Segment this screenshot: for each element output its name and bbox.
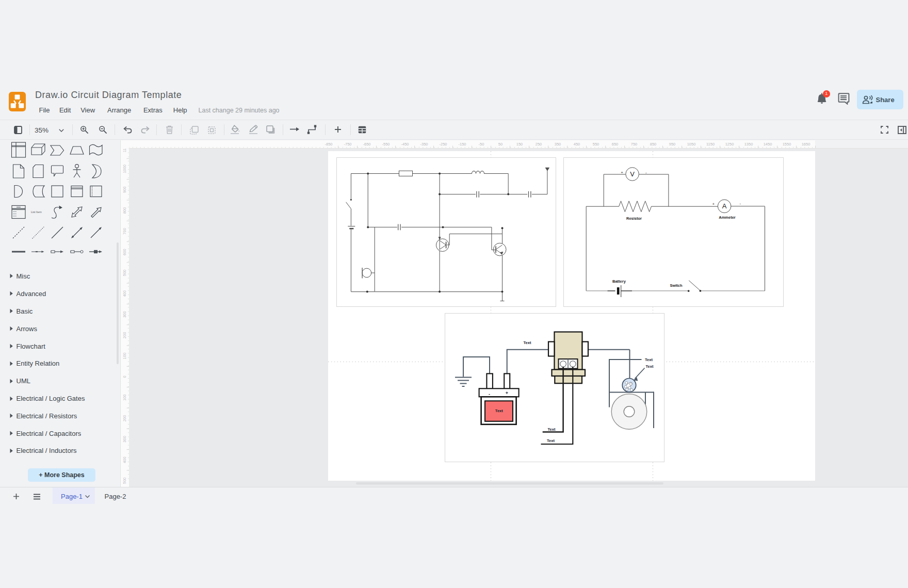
svg-text:1100: 1100 — [122, 149, 127, 152]
svg-text:50: 50 — [498, 142, 502, 146]
svg-text:800: 800 — [122, 207, 127, 214]
svg-text:Text: Text — [645, 357, 653, 362]
svg-text:-150: -150 — [458, 142, 466, 146]
svg-text:-350: -350 — [420, 142, 428, 146]
svg-text:Switch: Switch — [670, 283, 683, 288]
svg-text:850: 850 — [650, 142, 657, 146]
svg-text:1350: 1350 — [744, 142, 753, 146]
svg-text:300: 300 — [122, 436, 127, 443]
svg-text:500: 500 — [122, 270, 127, 276]
svg-text:200: 200 — [122, 415, 127, 422]
svg-text:250: 250 — [536, 142, 542, 146]
svg-text:150: 150 — [516, 142, 523, 146]
svg-text:+: + — [506, 390, 508, 396]
svg-text:450: 450 — [574, 142, 580, 146]
svg-text:Text: Text — [646, 364, 654, 369]
svg-text:1150: 1150 — [706, 142, 715, 146]
svg-text:Text: Text — [524, 340, 531, 345]
svg-text:Text: Text — [547, 438, 555, 443]
svg-text:-50: -50 — [479, 142, 484, 146]
svg-text:-: - — [740, 201, 741, 206]
svg-text:Battery: Battery — [612, 279, 626, 284]
svg-text:350: 350 — [555, 142, 561, 146]
svg-text:Ammeter: Ammeter — [719, 215, 736, 220]
svg-text:Text: Text — [495, 409, 503, 413]
svg-text:550: 550 — [593, 142, 599, 146]
svg-text:300: 300 — [122, 311, 127, 318]
svg-text:+: + — [712, 202, 715, 206]
svg-text:-750: -750 — [344, 142, 351, 146]
svg-text:Text: Text — [548, 427, 556, 432]
svg-text:-250: -250 — [439, 142, 447, 146]
svg-text:100: 100 — [122, 353, 127, 360]
svg-text:0: 0 — [122, 375, 127, 378]
svg-text:A: A — [722, 202, 727, 210]
svg-text:1450: 1450 — [764, 142, 772, 146]
svg-text:1550: 1550 — [783, 142, 791, 146]
svg-text:700: 700 — [122, 228, 127, 235]
svg-text:-450: -450 — [401, 142, 409, 146]
svg-text:-550: -550 — [382, 142, 390, 146]
svg-text:1250: 1250 — [725, 142, 734, 146]
svg-text:-650: -650 — [363, 142, 370, 146]
svg-text:950: 950 — [669, 142, 676, 146]
svg-text:+: + — [621, 170, 623, 175]
svg-text:1650: 1650 — [802, 142, 810, 146]
svg-text:400: 400 — [122, 456, 127, 463]
svg-text:1050: 1050 — [687, 142, 696, 146]
svg-text:650: 650 — [612, 142, 619, 146]
svg-text:100: 100 — [122, 395, 127, 401]
svg-text:1000: 1000 — [122, 165, 127, 173]
svg-text:600: 600 — [122, 249, 127, 255]
svg-text:900: 900 — [122, 187, 127, 193]
svg-text:500: 500 — [122, 478, 127, 484]
svg-text:-850: -850 — [325, 142, 332, 146]
svg-text:Resistor: Resistor — [626, 216, 642, 221]
svg-text:-: - — [489, 391, 490, 397]
svg-text:400: 400 — [122, 290, 127, 297]
svg-text:750: 750 — [631, 142, 638, 146]
svg-text:-: - — [645, 170, 647, 175]
svg-text:200: 200 — [122, 332, 127, 339]
svg-text:V: V — [630, 170, 635, 178]
